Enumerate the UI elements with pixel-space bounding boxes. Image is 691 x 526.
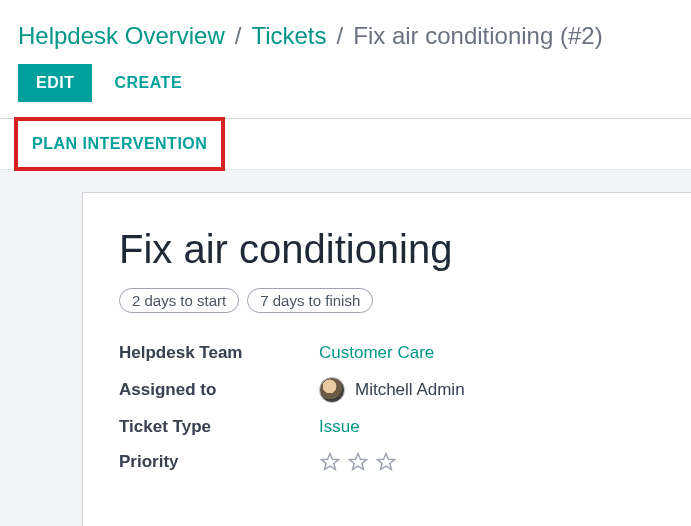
action-row: EDIT CREATE — [0, 56, 691, 118]
edit-button[interactable]: EDIT — [18, 64, 92, 102]
create-button[interactable]: CREATE — [114, 64, 182, 102]
fields: Helpdesk Team Customer Care Assigned to … — [119, 343, 655, 473]
label-priority: Priority — [119, 452, 319, 472]
form-area: Fix air conditioning 2 days to start 7 d… — [0, 170, 691, 526]
ticket-title: Fix air conditioning — [119, 227, 655, 272]
tag-days-to-finish: 7 days to finish — [247, 288, 373, 313]
breadcrumb-overview[interactable]: Helpdesk Overview — [18, 22, 225, 50]
svg-marker-1 — [349, 454, 366, 470]
tag-row: 2 days to start 7 days to finish — [119, 288, 655, 313]
value-assigned-to[interactable]: Mitchell Admin — [319, 377, 655, 403]
label-helpdesk-team: Helpdesk Team — [119, 343, 319, 363]
breadcrumb: Helpdesk Overview / Tickets / Fix air co… — [0, 0, 691, 56]
breadcrumb-sep: / — [235, 22, 242, 50]
label-ticket-type: Ticket Type — [119, 417, 319, 437]
star-icon[interactable] — [347, 451, 369, 473]
form-card: Fix air conditioning 2 days to start 7 d… — [82, 192, 691, 526]
star-icon[interactable] — [375, 451, 397, 473]
svg-marker-0 — [321, 454, 338, 470]
breadcrumb-current: Fix air conditioning (#2) — [353, 22, 602, 50]
star-icon[interactable] — [319, 451, 341, 473]
avatar — [319, 377, 345, 403]
value-ticket-type[interactable]: Issue — [319, 417, 360, 436]
svg-marker-2 — [377, 454, 394, 470]
value-helpdesk-team[interactable]: Customer Care — [319, 343, 434, 362]
breadcrumb-tickets[interactable]: Tickets — [251, 22, 326, 50]
plan-intervention-button[interactable]: PLAN INTERVENTION — [18, 121, 221, 167]
label-assigned-to: Assigned to — [119, 380, 319, 400]
priority-stars[interactable] — [319, 451, 655, 473]
plan-intervention-highlight: PLAN INTERVENTION — [14, 117, 225, 171]
breadcrumb-sep: / — [337, 22, 344, 50]
assigned-user-name: Mitchell Admin — [355, 380, 465, 400]
tag-days-to-start: 2 days to start — [119, 288, 239, 313]
subaction-bar: PLAN INTERVENTION — [0, 118, 691, 170]
